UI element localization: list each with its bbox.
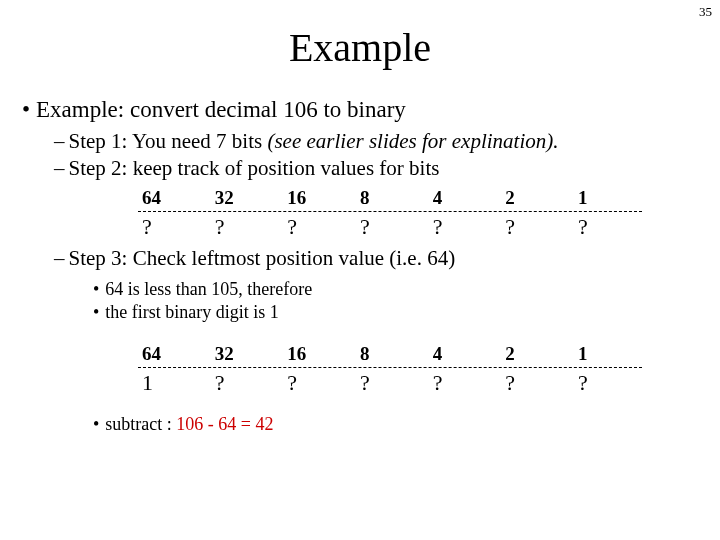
values-row-2: 1 ? ? ? ? ? ? (138, 370, 642, 396)
bit-value: ? (287, 370, 347, 396)
col-header: 2 (505, 343, 565, 365)
bit-value: ? (360, 214, 420, 240)
bullet-dot-icon: • (93, 279, 99, 299)
value-block-1: 64 32 16 8 4 2 1 ? ? ? ? ? ? ? (138, 187, 642, 240)
bullet1-text: Example: convert decimal 106 to binary (36, 97, 406, 122)
col-header: 4 (433, 187, 493, 209)
step2-text: Step 2: keep track of position values fo… (69, 156, 440, 180)
bit-value: ? (360, 370, 420, 396)
col-header: 16 (287, 187, 347, 209)
bit-value: ? (505, 370, 565, 396)
col-header: 64 (142, 343, 202, 365)
bit-value: ? (578, 370, 638, 396)
col-header: 32 (215, 187, 275, 209)
col-header: 1 (578, 187, 638, 209)
sub2-line: •the first binary digit is 1 (93, 302, 702, 323)
step1-ital: (see earlier slides for explination). (267, 129, 558, 153)
bullet-dot-icon: • (93, 414, 99, 434)
step1-line: –Step 1: You need 7 bits (see earlier sl… (54, 129, 702, 154)
bit-value: ? (578, 214, 638, 240)
bit-value: ? (287, 214, 347, 240)
values-row-1: ? ? ? ? ? ? ? (138, 214, 642, 240)
sub1-line: •64 is less than 105, therefore (93, 279, 702, 300)
bit-value: ? (215, 370, 275, 396)
col-header: 1 (578, 343, 638, 365)
bullet-level1: •Example: convert decimal 106 to binary (22, 97, 702, 123)
col-header: 4 (433, 343, 493, 365)
step1-pre: Step 1: You need 7 bits (69, 129, 268, 153)
col-header: 2 (505, 187, 565, 209)
bit-value: ? (505, 214, 565, 240)
sub2-text: the first binary digit is 1 (105, 302, 278, 322)
sub1-text: 64 is less than 105, therefore (105, 279, 312, 299)
col-header: 16 (287, 343, 347, 365)
bit-value: ? (215, 214, 275, 240)
dash-icon: – (54, 129, 65, 153)
columns-row: 64 32 16 8 4 2 1 (138, 343, 642, 365)
col-header: 64 (142, 187, 202, 209)
separator-line (138, 211, 642, 212)
bullet-dot-icon: • (22, 97, 30, 122)
subtract-label: subtract : (105, 414, 176, 434)
bit-value: ? (433, 214, 493, 240)
subtract-expr: 106 - 64 = 42 (176, 414, 273, 434)
bit-value: ? (433, 370, 493, 396)
columns-row: 64 32 16 8 4 2 1 (138, 187, 642, 209)
bit-value: ? (142, 214, 202, 240)
step2-line: –Step 2: keep track of position values f… (54, 156, 702, 181)
subtract-line: •subtract : 106 - 64 = 42 (93, 414, 702, 435)
value-block-2: 64 32 16 8 4 2 1 1 ? ? ? ? ? ? (138, 343, 642, 396)
dash-icon: – (54, 156, 65, 180)
separator-line (138, 367, 642, 368)
dash-icon: – (54, 246, 65, 270)
page-number: 35 (699, 4, 712, 20)
slide-title: Example (18, 24, 702, 71)
step3-line: –Step 3: Check leftmost position value (… (54, 246, 702, 271)
bit-value: 1 (142, 370, 202, 396)
col-header: 8 (360, 343, 420, 365)
bullet-dot-icon: • (93, 302, 99, 322)
col-header: 32 (215, 343, 275, 365)
col-header: 8 (360, 187, 420, 209)
step3-text: Step 3: Check leftmost position value (i… (69, 246, 456, 270)
